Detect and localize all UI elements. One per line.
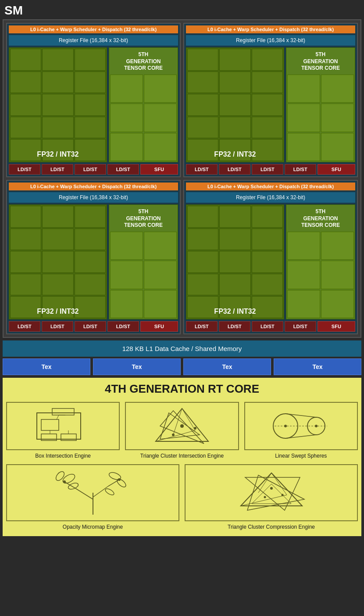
svg-rect-1 (41, 419, 59, 430)
fp32-cell (75, 139, 106, 161)
compute-area-4: FP32 / INT32 5THGENERATIONTENSOR CORE (186, 204, 355, 319)
tensor-cell (321, 290, 354, 318)
ldst-btn-4-2: LD/ST (219, 321, 250, 332)
fp32-cell (10, 296, 41, 318)
fp32-cell (10, 139, 41, 161)
fp32-cell (75, 72, 106, 93)
svg-point-16 (172, 433, 175, 436)
ldst-btn-4-4: LD/ST (285, 321, 316, 332)
fp32-cell (219, 296, 250, 318)
fp32-cell (252, 274, 283, 296)
sfu-btn-4: SFU (318, 321, 355, 332)
svg-point-37 (118, 478, 121, 481)
tensor-cell (321, 133, 354, 161)
tensor-cell (110, 261, 143, 289)
quadrant-3: L0 i-Cache + Warp Scheduler + Dispatch (… (6, 180, 181, 334)
bottom-bar-1: LD/ST LD/ST LD/ST LD/ST SFU (9, 164, 178, 175)
fp32-cell (10, 274, 41, 296)
register-file-bar-4: Register File (16,384 x 32-bit) (186, 192, 355, 203)
linear-swept-spheres-diagram (266, 404, 336, 448)
warp-scheduler-bar-1: L0 i-Cache + Warp Scheduler + Dispatch (… (9, 25, 178, 33)
tensor-cell (287, 75, 320, 103)
fp32-cell (219, 94, 250, 116)
fp32-cell (42, 251, 73, 273)
tensor-cell (144, 261, 177, 289)
ldst-btn-2-3: LD/ST (252, 164, 283, 175)
triangle-intersection-diagram (147, 404, 217, 448)
quadrant-1: L0 i-Cache + Warp Scheduler + Dispatch (… (6, 23, 181, 177)
tensor-cell (110, 133, 143, 161)
svg-point-33 (115, 478, 127, 489)
ldst-btn-4-3: LD/ST (252, 321, 283, 332)
fp32-cell (252, 296, 283, 318)
fp32-cell (42, 229, 73, 251)
rt-core-bottom-row: Opacity Micromap Engine (6, 464, 358, 530)
fp32-cell (252, 117, 283, 139)
tensor-cell (321, 232, 354, 260)
rt-core-top-row: Box Intersection Engine Triangle Clu (6, 402, 358, 459)
svg-point-36 (63, 480, 66, 483)
compute-area-3: FP32 / INT32 5THGENERATIONTENSOR CORE (9, 204, 178, 319)
tensor-cell (110, 232, 143, 260)
tensor-cell (321, 261, 354, 289)
fp32-cell (10, 251, 41, 273)
fp32-cell (187, 49, 218, 71)
tensor-cell (144, 104, 177, 132)
register-file-bar-3: Register File (16,384 x 32-bit) (9, 192, 178, 203)
fp32-cell (187, 251, 218, 273)
outer-container: L0 i-Cache + Warp Scheduler + Dispatch (… (3, 19, 361, 338)
ldst-btn-3-2: LD/ST (42, 321, 73, 332)
fp32-cell (75, 251, 106, 273)
fp32-cell (219, 251, 250, 273)
svg-point-31 (54, 470, 65, 482)
fp32-cell (10, 117, 41, 139)
tensor-cell (321, 75, 354, 103)
opacity-micromap-diagram (45, 466, 141, 519)
svg-point-23 (284, 425, 287, 427)
rt-core-box-triangle (125, 402, 239, 450)
tensor-cell (144, 133, 177, 161)
ldst-btn-1-1: LD/ST (9, 164, 40, 175)
fp32-cell (252, 72, 283, 93)
fp32-cell (75, 274, 106, 296)
fp32-section-1: FP32 / INT32 (9, 47, 107, 162)
tensor-cell (110, 104, 143, 132)
svg-point-24 (315, 425, 318, 427)
rt-core-item-spheres: Linear Swept Spheres (244, 402, 358, 459)
rt-core-box-spheres (244, 402, 358, 450)
tensor-cell (287, 104, 320, 132)
tex-btn-2: Tex (93, 358, 181, 375)
fp32-cell (42, 274, 73, 296)
fp32-cell (75, 117, 106, 139)
fp32-section-2: FP32 / INT32 (186, 47, 284, 162)
tensor-cell (110, 290, 143, 318)
ldst-btn-3-3: LD/ST (75, 321, 106, 332)
ldst-btn-1-4: LD/ST (107, 164, 139, 175)
register-file-bar-1: Register File (16,384 x 32-bit) (9, 35, 178, 46)
tensor-label-2: 5THGENERATIONTENSOR CORE (286, 48, 355, 74)
fp32-cell (252, 139, 283, 161)
fp32-cell (219, 206, 250, 228)
fp32-cell (219, 274, 250, 296)
svg-point-15 (180, 424, 184, 428)
fp32-cell (187, 296, 218, 318)
fp32-cell (42, 139, 73, 161)
fp32-cell (252, 251, 283, 273)
quadrant-2: L0 i-Cache + Warp Scheduler + Dispatch (… (183, 23, 358, 177)
fp32-cell (10, 229, 41, 251)
fp32-cell (219, 72, 250, 93)
svg-marker-39 (247, 475, 304, 510)
fp32-cell (187, 229, 218, 251)
sfu-btn-1: SFU (140, 164, 178, 175)
ldst-btn-2-2: LD/ST (219, 164, 250, 175)
fp32-cell (10, 94, 41, 116)
rt-core-item-box: Box Intersection Engine (6, 402, 120, 459)
rt-core-label-triangle: Triangle Cluster Intersection Engine (140, 453, 224, 459)
ldst-btn-3-4: LD/ST (107, 321, 139, 332)
ldst-btn-1-3: LD/ST (75, 164, 106, 175)
quadrant-4: L0 i-Cache + Warp Scheduler + Dispatch (… (183, 180, 358, 334)
tensor-cell (287, 290, 320, 318)
fp32-cell (75, 206, 106, 228)
fp32-cell (187, 274, 218, 296)
rt-core-section: 4TH GENERATION RT CORE (3, 378, 361, 536)
